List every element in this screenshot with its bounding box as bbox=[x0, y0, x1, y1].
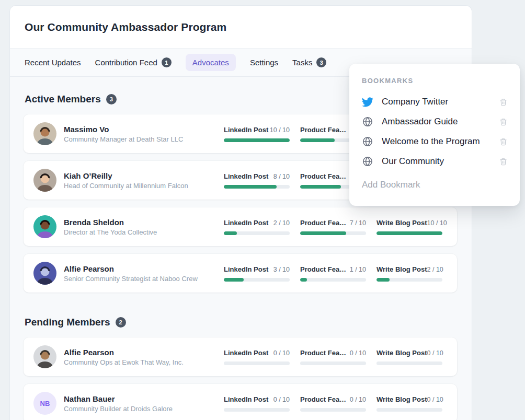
member-card[interactable]: Alfie PearsonSenior Community Strategist… bbox=[24, 254, 457, 293]
tab-badge: 1 bbox=[162, 57, 172, 67]
member-metrics: LinkedIn Post0 / 10Product Fea…0 / 10Wri… bbox=[224, 349, 443, 365]
member-name: Kiah O’Reilly bbox=[64, 171, 188, 180]
member-metrics: LinkedIn Post3 / 10Product Fea…1 / 10Wri… bbox=[224, 265, 443, 282]
bookmarks-title: BOOKMARKS bbox=[362, 77, 507, 85]
metric-value: 0 / 10 bbox=[273, 396, 290, 403]
progress-bar-fill bbox=[300, 185, 341, 189]
member-card[interactable]: Brenda SheldonDirector at The Yoda Colle… bbox=[24, 207, 457, 246]
add-bookmark-button[interactable]: Add Bookmark bbox=[362, 180, 420, 190]
bookmark-item[interactable]: Welcome to the Program bbox=[362, 132, 507, 151]
metric: Product Fea…0 / 10 bbox=[300, 349, 366, 365]
bookmark-label: Ambassador Guide bbox=[382, 116, 458, 127]
section-count-badge: 2 bbox=[116, 317, 126, 328]
metric: LinkedIn Post10 / 10 bbox=[224, 126, 290, 142]
progress-bar bbox=[224, 361, 290, 365]
metric-label: LinkedIn Post bbox=[224, 265, 268, 273]
metric-label: Product Fea… bbox=[300, 172, 346, 180]
member-identity: Massimo VoCommunity Manager at Death Sta… bbox=[64, 125, 183, 143]
metric-label: Write Blog Post bbox=[376, 349, 427, 357]
member-role: Head of Community at Millennium Falcon bbox=[64, 182, 188, 190]
section-title: Pending Members bbox=[25, 317, 110, 328]
member-name: Massimo Vo bbox=[64, 125, 183, 134]
bookmark-item[interactable]: Our Community bbox=[362, 151, 507, 171]
member-identity: Alfie PearsonSenior Community Strategist… bbox=[64, 264, 198, 283]
metric: LinkedIn Post0 / 10 bbox=[224, 395, 290, 412]
member-identity: Nathan BauerCommunity Builder at Droids … bbox=[64, 394, 173, 413]
tab-contribution-feed[interactable]: Contribution Feed1 bbox=[95, 53, 172, 72]
tab-advocates[interactable]: Advocates bbox=[186, 54, 236, 71]
bookmark-label: Our Community bbox=[382, 156, 444, 167]
member-name: Alfie Pearson bbox=[64, 264, 198, 273]
tab-label: Advocates bbox=[192, 58, 229, 67]
metric: Product Fea…7 / 10 bbox=[300, 219, 366, 235]
progress-bar-fill bbox=[300, 231, 346, 235]
metric: Write Blog Post2 / 10 bbox=[376, 265, 442, 282]
member-name: Nathan Bauer bbox=[64, 394, 173, 403]
bookmark-item[interactable]: Ambassador Guide bbox=[362, 112, 507, 132]
tab-settings[interactable]: Settings bbox=[250, 54, 278, 71]
progress-bar bbox=[300, 408, 366, 412]
progress-bar-fill bbox=[376, 278, 390, 282]
metric-label: Product Fea… bbox=[300, 265, 346, 273]
member-identity: Brenda SheldonDirector at The Yoda Colle… bbox=[64, 218, 157, 236]
progress-bar bbox=[224, 185, 290, 189]
progress-bar-fill bbox=[224, 231, 237, 235]
metric-label: LinkedIn Post bbox=[224, 126, 268, 134]
metric-value: 0 / 10 bbox=[350, 349, 366, 357]
member-card[interactable]: Alfie PearsonCommunity Ops at Ewok That … bbox=[24, 337, 457, 376]
progress-bar bbox=[224, 278, 290, 282]
bookmark-item[interactable]: Company Twitter bbox=[362, 92, 507, 112]
metric-value: 0 / 10 bbox=[350, 396, 366, 403]
progress-bar-fill bbox=[376, 231, 442, 235]
avatar-photo bbox=[33, 262, 56, 285]
bookmarks-list: Company TwitterAmbassador GuideWelcome t… bbox=[362, 92, 507, 171]
metric-label: Product Fea… bbox=[300, 219, 346, 227]
metric-value: 0 / 10 bbox=[427, 396, 443, 403]
metric-value: 1 / 10 bbox=[350, 266, 366, 273]
trash-icon[interactable] bbox=[499, 98, 507, 107]
member-metrics: LinkedIn Post0 / 10Product Fea…0 / 10Wri… bbox=[224, 395, 443, 412]
metric-value: 3 / 10 bbox=[273, 266, 290, 273]
progress-bar bbox=[376, 361, 442, 365]
metric-value: 2 / 10 bbox=[427, 266, 443, 273]
tab-tasks[interactable]: Tasks3 bbox=[292, 53, 326, 72]
progress-bar bbox=[224, 231, 290, 235]
avatar-photo bbox=[33, 169, 56, 192]
metric-value: 0 / 10 bbox=[273, 349, 290, 357]
metric-label: LinkedIn Post bbox=[224, 349, 268, 357]
metric: Write Blog Post0 / 10 bbox=[376, 395, 442, 412]
metric-value: 7 / 10 bbox=[350, 219, 366, 227]
metric: LinkedIn Post3 / 10 bbox=[224, 265, 290, 282]
metric-value: 10 / 10 bbox=[427, 219, 447, 227]
progress-bar bbox=[300, 361, 366, 365]
trash-icon[interactable] bbox=[499, 118, 507, 126]
avatar-photo bbox=[33, 345, 56, 368]
progress-bar-fill bbox=[224, 185, 277, 189]
metric-label: LinkedIn Post bbox=[224, 172, 268, 180]
metric-label: Write Blog Post bbox=[376, 265, 427, 273]
section-header: Pending Members2 bbox=[24, 317, 457, 328]
avatar-initials: NB bbox=[33, 392, 56, 415]
avatar-photo bbox=[33, 215, 56, 238]
member-role: Community Ops at Ewok That Way, Inc. bbox=[64, 358, 184, 366]
member-name: Alfie Pearson bbox=[64, 348, 184, 357]
progress-bar bbox=[300, 278, 366, 282]
member-card[interactable]: NBNathan BauerCommunity Builder at Droid… bbox=[24, 384, 457, 420]
progress-bar-fill bbox=[224, 138, 290, 142]
progress-bar bbox=[376, 231, 442, 235]
page-title: Our Community Ambassador Program bbox=[25, 21, 226, 33]
member-metrics: LinkedIn Post2 / 10Product Fea…7 / 10Wri… bbox=[224, 219, 443, 235]
tab-recent-updates[interactable]: Recent Updates bbox=[25, 54, 81, 71]
progress-bar-fill bbox=[300, 278, 307, 282]
progress-bar bbox=[224, 138, 290, 142]
metric: LinkedIn Post8 / 10 bbox=[224, 172, 290, 189]
metric-label: Product Fea… bbox=[300, 349, 346, 357]
section-count-badge: 3 bbox=[106, 94, 117, 104]
section-title: Active Members bbox=[25, 94, 101, 105]
avatar-photo bbox=[33, 122, 56, 145]
trash-icon[interactable] bbox=[499, 137, 507, 146]
tab-label: Contribution Feed bbox=[95, 58, 157, 67]
globe-icon bbox=[362, 136, 373, 147]
trash-icon[interactable] bbox=[499, 157, 507, 166]
metric: Product Fea…0 / 10 bbox=[300, 395, 366, 412]
